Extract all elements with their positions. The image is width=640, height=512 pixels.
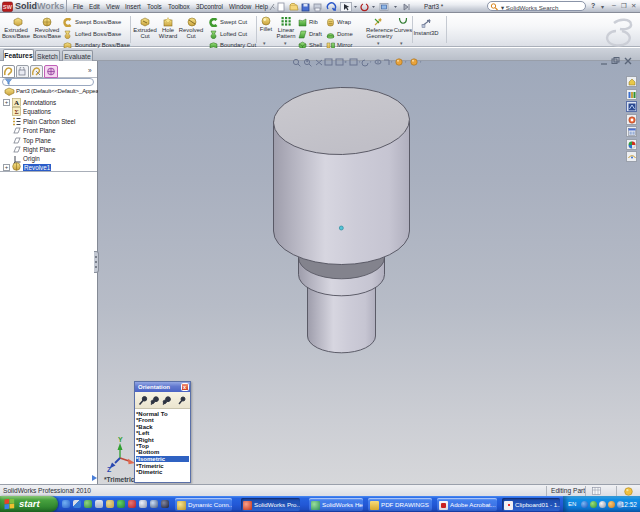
svg-text:Y: Y: [118, 436, 123, 443]
svg-text:A: A: [14, 99, 19, 107]
svg-text:SW: SW: [3, 4, 13, 10]
svg-text:Σ: Σ: [14, 108, 18, 115]
svg-text:Z: Z: [107, 466, 112, 473]
